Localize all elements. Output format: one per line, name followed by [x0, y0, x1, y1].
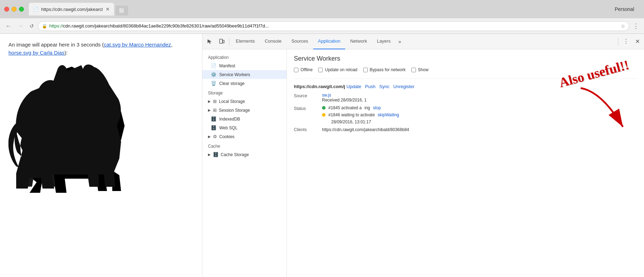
sw-js-link[interactable]: sw.js [322, 93, 331, 98]
devtools-more-button[interactable]: ⋮ [620, 37, 632, 46]
sw-url-text: https://cdn.rawgit.com/j [294, 84, 345, 89]
tab-bar: 📄 https://cdn.rawgit.com/jakearcl ✕ ⬜ [29, 3, 612, 16]
tab-close-button[interactable]: ✕ [106, 6, 110, 12]
update-on-reload-label: Update on reload [325, 67, 357, 72]
devtools-right-icons: ⋮ ✕ [617, 37, 643, 46]
bypass-network-option[interactable]: Bypass for network [363, 67, 406, 72]
sidebar-item-local-storage[interactable]: ▶ ⊞ Local Storage [202, 97, 286, 106]
session-storage-grid-icon: ⊞ [213, 107, 217, 113]
tab-layers[interactable]: Layers [372, 34, 396, 49]
page-text-after: ): [64, 50, 68, 56]
update-on-reload-checkbox[interactable] [318, 68, 323, 72]
devtools-close-button[interactable]: ✕ [632, 37, 643, 46]
skip-waiting-link[interactable]: skipWaiting [378, 112, 399, 117]
service-workers-icon: ⚙️ [211, 72, 216, 77]
status1-text: #1845 activated a [328, 105, 362, 110]
panel-title: Service Workers [294, 55, 637, 62]
maximize-window-button[interactable] [19, 7, 24, 12]
tab-network[interactable]: Network [345, 34, 372, 49]
sidebar-item-cookies[interactable]: ▶ ⚙ Cookies [202, 132, 286, 141]
sidebar-section-application: Application [202, 52, 286, 61]
profile-button[interactable]: Personal [615, 6, 640, 12]
device-toolbar-button[interactable] [216, 36, 228, 47]
tab-title: https://cdn.rawgit.com/jakearcl [41, 7, 103, 12]
sw-status-row: Status #1845 activated a ing stop [294, 105, 637, 124]
sidebar-item-cookies-label: Cookies [219, 134, 234, 139]
update-on-reload-option[interactable]: Update on reload [318, 67, 357, 72]
bookmark-icon[interactable]: ☆ [621, 23, 625, 29]
forward-button[interactable]: → [15, 21, 25, 31]
offline-checkbox[interactable] [294, 68, 298, 72]
sidebar-item-session-storage[interactable]: ▶ ⊞ Session Storage [202, 106, 286, 115]
sw-unregister-link[interactable]: Unregister [393, 84, 415, 89]
devtools-toolbar: Elements Console Sources Application Net… [202, 34, 644, 49]
page-text-middle: , [171, 42, 172, 48]
status2-date: 28/09/2016, 13:01:17 [331, 119, 371, 124]
offline-option[interactable]: Offline [294, 67, 312, 72]
sidebar-item-local-storage-label: Local Storage [219, 99, 245, 104]
sidebar-item-clear-storage[interactable]: 🗑️ Clear storage [202, 79, 286, 88]
cat-image [8, 62, 128, 196]
tab-elements[interactable]: Elements [231, 34, 260, 49]
browser-menu-icon[interactable]: ⋮ [631, 22, 640, 30]
devtools-body: Application 📄 Manifest ⚙️ Service Worker… [202, 49, 644, 277]
title-bar: 📄 https://cdn.rawgit.com/jakearcl ✕ ⬜ Pe… [0, 0, 644, 18]
sw-update-link[interactable]: Update [347, 84, 361, 89]
sw-source-row: Source sw.js Received 28/09/2016, 1 [294, 93, 637, 103]
sidebar-item-websql[interactable]: 🗄️ Web SQL [202, 123, 286, 132]
cat-link[interactable]: cat.svg by Marco Hernandez [104, 42, 171, 48]
browser-tab[interactable]: 📄 https://cdn.rawgit.com/jakearcl ✕ [29, 3, 114, 16]
tab-application[interactable]: Application [313, 34, 346, 49]
websql-icon: 🗄️ [211, 125, 216, 130]
status-label: Status [294, 105, 322, 111]
close-window-button[interactable] [4, 7, 9, 12]
horse-link[interactable]: horse.svg by Carla Dias [8, 50, 64, 56]
stop-link[interactable]: stop [373, 105, 381, 110]
local-storage-arrow: ▶ [208, 99, 211, 103]
sidebar-item-manifest-label: Manifest [219, 63, 235, 68]
sw-sync-link[interactable]: Sync [379, 84, 390, 89]
right-divider [618, 37, 618, 46]
tab-console[interactable]: Console [260, 34, 286, 49]
sidebar-section-cache: Cache [202, 141, 286, 150]
back-button[interactable]: ← [4, 21, 13, 31]
minimize-window-button[interactable] [12, 7, 17, 12]
svg-rect-0 [220, 39, 222, 43]
devtools-tabs: Elements Console Sources Application Net… [231, 34, 617, 49]
devtools-sidebar: Application 📄 Manifest ⚙️ Service Worker… [202, 49, 287, 277]
lock-icon: 🔒 [42, 24, 47, 29]
url-https: https:// [49, 23, 63, 29]
tab-sources[interactable]: Sources [286, 34, 313, 49]
sidebar-item-sw-label: Service Workers [219, 72, 250, 77]
show-checkbox[interactable] [411, 68, 416, 72]
reload-button[interactable]: ↺ [27, 22, 36, 30]
address-bar[interactable]: 🔒 https://cdn.rawgit.com/jakearchibald/8… [38, 21, 629, 31]
inspect-element-button[interactable] [204, 36, 216, 47]
page-content: An image will appear here in 3 seconds (… [0, 34, 202, 277]
navigation-bar: ← → ↺ 🔒 https://cdn.rawgit.com/jakearchi… [0, 18, 644, 34]
bypass-network-checkbox[interactable] [363, 68, 368, 72]
sidebar-item-cache-storage[interactable]: ▶ 🗄️ Cache Storage [202, 150, 286, 159]
cookies-gear-icon: ⚙ [213, 134, 217, 139]
received-suffix: 1 [364, 98, 367, 103]
new-tab-button[interactable]: ⬜ [115, 6, 128, 16]
sidebar-item-clear-label: Clear storage [219, 81, 245, 86]
show-option[interactable]: Show [411, 67, 429, 72]
clear-storage-icon: 🗑️ [211, 81, 216, 86]
sidebar-item-service-workers[interactable]: ⚙️ Service Workers [202, 70, 286, 79]
bypass-network-label: Bypass for network [370, 67, 406, 72]
status-dot-yellow [322, 113, 326, 117]
sidebar-item-cache-storage-label: Cache Storage [221, 152, 249, 157]
sidebar-item-manifest[interactable]: 📄 Manifest [202, 61, 286, 70]
status-line-1: #1845 activated a ing stop [322, 105, 637, 110]
local-storage-grid-icon: ⊞ [213, 99, 217, 104]
source-value: sw.js Received 28/09/2016, 1 [322, 93, 637, 103]
status-value: #1845 activated a ing stop #1846 waiting… [322, 105, 637, 124]
traffic-lights [4, 7, 24, 12]
more-tabs-button[interactable]: » [396, 39, 404, 44]
status-line-2: #1846 waiting to activate skipWaiting [322, 112, 637, 117]
status-block: #1845 activated a ing stop #1846 waiting… [322, 105, 637, 124]
sidebar-item-indexeddb[interactable]: 🗄️ IndexedDB [202, 115, 286, 123]
sw-push-link[interactable]: Push [365, 84, 375, 89]
session-storage-arrow: ▶ [208, 108, 211, 112]
